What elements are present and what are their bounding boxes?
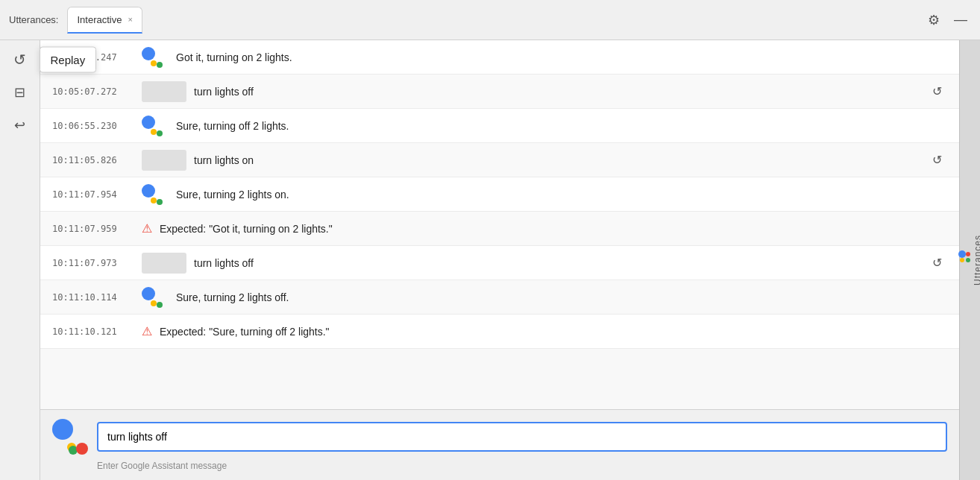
timestamp: 10:11:07.973: [52, 258, 134, 268]
timestamp: 10:11:07.959: [52, 224, 134, 234]
message-text: Got it, turning on 2 lights.: [176, 51, 947, 63]
utterances-list[interactable]: 10:04:36.247 Got it, turning on 2 lights…: [40, 40, 959, 409]
table-row: 10:11:10.121 ⚠ Expected: "Sure, turning …: [40, 315, 959, 349]
main-window: Utterances: Interactive × ⚙ — ↺ Replay ⊟…: [0, 0, 980, 480]
user-avatar-placeholder: [142, 253, 186, 274]
undo-button[interactable]: ↩: [7, 112, 34, 139]
assistant-avatar: [142, 287, 169, 308]
assistant-avatar: [142, 116, 169, 136]
message-text: turn lights on: [194, 154, 919, 166]
assistant-avatar: [142, 47, 169, 68]
dot-yellow: [151, 198, 157, 203]
minimize-button[interactable]: —: [950, 10, 971, 31]
input-area: Enter Google Assistant message: [40, 409, 959, 480]
dot-blue: [142, 287, 155, 300]
message-text: Sure, turning off 2 lights.: [176, 120, 947, 132]
sidebar-label[interactable]: Utterances: [973, 235, 981, 285]
dot-green: [157, 130, 163, 136]
dot-blue: [142, 116, 155, 129]
utterances-label: Utterances:: [9, 14, 58, 25]
timestamp: 10:11:05.826: [52, 155, 134, 165]
message-text: Expected: "Sure, turning off 2 lights.": [160, 326, 947, 338]
dot-blue: [142, 184, 155, 198]
table-row: 10:04:36.247 Got it, turning on 2 lights…: [40, 40, 959, 75]
utterances-icon: [958, 250, 973, 265]
logo-dot-red: [76, 443, 88, 455]
dot-blue: [142, 47, 155, 60]
svg-point-2: [966, 258, 970, 262]
message-text: Sure, turning 2 lights on.: [176, 189, 947, 200]
error-icon: ⚠: [142, 221, 152, 236]
timestamp: 10:11:10.114: [52, 292, 134, 303]
table-row: 10:11:05.826 turn lights on ↺: [40, 143, 959, 177]
svg-point-1: [966, 252, 970, 256]
message-text: turn lights off: [194, 257, 919, 269]
title-bar: Utterances: Interactive × ⚙ —: [0, 0, 980, 40]
dot-yellow: [151, 300, 157, 306]
table-row: 10:06:55.230 Sure, turning off 2 lights.: [40, 109, 959, 143]
error-icon: ⚠: [142, 324, 152, 338]
table-row: 10:11:07.959 ⚠ Expected: "Got it, turnin…: [40, 212, 959, 246]
utterances-mini-icon: [958, 250, 973, 265]
assistant-avatar: [142, 184, 169, 205]
interactive-tab[interactable]: Interactive ×: [67, 7, 142, 34]
title-bar-actions: ⚙ —: [923, 10, 971, 31]
tab-label: Interactive: [77, 14, 122, 25]
tab-close-btn[interactable]: ×: [128, 16, 132, 24]
timestamp: 10:06:55.230: [52, 121, 134, 131]
save-icon: ⊟: [14, 84, 25, 101]
svg-point-0: [958, 250, 966, 258]
message-input[interactable]: [97, 422, 947, 452]
user-avatar-placeholder: [142, 150, 186, 171]
dot-green: [157, 302, 163, 308]
input-hint: Enter Google Assistant message: [52, 461, 947, 471]
dot-green: [157, 199, 163, 205]
save-button[interactable]: ⊟: [7, 79, 34, 106]
content-area: 10:04:36.247 Got it, turning on 2 lights…: [40, 40, 959, 480]
left-toolbar: ↺ Replay ⊟ ↩: [0, 40, 40, 480]
timestamp: 10:05:07.272: [52, 86, 134, 97]
right-sidebar[interactable]: Utterances: [959, 40, 980, 480]
message-text: turn lights off: [194, 86, 919, 98]
message-text: Sure, turning 2 lights off.: [176, 291, 947, 303]
replay-utterance-btn[interactable]: ↺: [926, 253, 947, 274]
table-row: 10:11:10.114 Sure, turning 2 lights off.: [40, 280, 959, 315]
replay-utterance-btn[interactable]: ↺: [926, 150, 947, 171]
undo-icon: ↩: [14, 117, 25, 133]
replay-utterance-btn[interactable]: ↺: [926, 81, 947, 102]
replay-button[interactable]: ↺ Replay: [7, 46, 34, 73]
table-row: 10:11:07.973 turn lights off ↺: [40, 246, 959, 280]
replay-tooltip: Replay: [40, 47, 97, 73]
svg-point-3: [960, 258, 964, 262]
logo-dot-blue: [52, 419, 73, 440]
timestamp: 10:11:07.954: [52, 189, 134, 200]
ga-logo: [52, 419, 88, 455]
user-avatar-placeholder: [142, 81, 186, 102]
input-row: [52, 419, 947, 455]
dot-yellow: [151, 60, 157, 66]
settings-button[interactable]: ⚙: [923, 10, 944, 31]
replay-icon: ↺: [13, 51, 26, 69]
dot-yellow: [151, 129, 157, 135]
main-area: ↺ Replay ⊟ ↩ 10:04:36.247: [0, 40, 980, 480]
timestamp: 10:11:10.121: [52, 326, 134, 337]
dot-green: [157, 62, 163, 68]
table-row: 10:11:07.954 Sure, turning 2 lights on.: [40, 177, 959, 212]
message-text: Expected: "Got it, turning on 2 lights.": [160, 223, 947, 235]
table-row: 10:05:07.272 turn lights off ↺: [40, 75, 959, 109]
